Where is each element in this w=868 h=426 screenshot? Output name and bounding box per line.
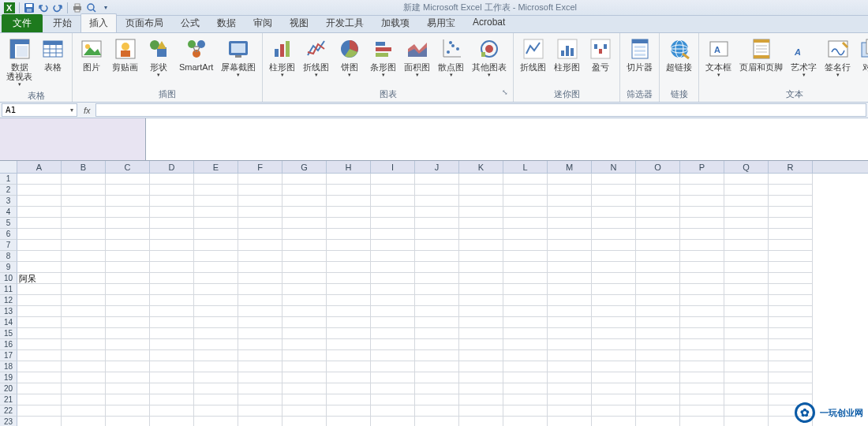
pie-chart-dropdown-icon[interactable]: ▾ xyxy=(348,72,351,78)
cell-L21[interactable] xyxy=(503,394,548,405)
row-header-9[interactable]: 9 xyxy=(0,262,17,273)
sparkline-winloss-button[interactable]: 盈亏 xyxy=(585,35,616,73)
cell-B2[interactable] xyxy=(62,185,106,196)
cell-H16[interactable] xyxy=(327,339,371,350)
cell-J15[interactable] xyxy=(415,328,459,339)
cell-D22[interactable] xyxy=(150,405,194,417)
cell-J18[interactable] xyxy=(415,361,459,372)
cell-F5[interactable] xyxy=(238,218,282,229)
cell-F16[interactable] xyxy=(238,339,282,350)
cell-G10[interactable] xyxy=(282,273,327,284)
cell-F10[interactable] xyxy=(238,273,282,284)
cell-B16[interactable] xyxy=(62,339,106,350)
cell-E7[interactable] xyxy=(194,240,238,251)
cell-M20[interactable] xyxy=(548,383,592,394)
cell-H11[interactable] xyxy=(327,284,371,295)
pie-chart-button[interactable]: 饼图▾ xyxy=(334,35,365,80)
cell-A17[interactable] xyxy=(17,350,62,361)
cell-K22[interactable] xyxy=(459,405,503,417)
cell-L2[interactable] xyxy=(503,185,548,196)
cell-H3[interactable] xyxy=(327,196,371,207)
row-header-19[interactable]: 19 xyxy=(0,372,17,383)
cell-I14[interactable] xyxy=(371,317,415,328)
cell-I6[interactable] xyxy=(371,229,415,240)
cell-L16[interactable] xyxy=(503,339,548,350)
cell-O3[interactable] xyxy=(636,196,680,207)
cell-D21[interactable] xyxy=(150,394,194,405)
cell-N8[interactable] xyxy=(592,251,636,262)
cell-R12[interactable] xyxy=(769,295,813,306)
wordart-dropdown-icon[interactable]: ▾ xyxy=(803,72,806,78)
cell-I1[interactable] xyxy=(371,174,415,185)
cell-J13[interactable] xyxy=(415,306,459,317)
cell-P5[interactable] xyxy=(680,218,724,229)
cell-C23[interactable] xyxy=(106,417,150,426)
cell-C6[interactable] xyxy=(106,229,150,240)
row-header-16[interactable]: 16 xyxy=(0,339,17,350)
tab-页面布局[interactable]: 页面布局 xyxy=(117,13,172,32)
cell-P6[interactable] xyxy=(680,229,724,240)
cell-C3[interactable] xyxy=(106,196,150,207)
cell-I22[interactable] xyxy=(371,405,415,417)
cell-Q19[interactable] xyxy=(724,372,769,383)
cell-R15[interactable] xyxy=(769,328,813,339)
cell-P10[interactable] xyxy=(680,273,724,284)
cell-F18[interactable] xyxy=(238,361,282,372)
cell-L3[interactable] xyxy=(503,196,548,207)
cell-C13[interactable] xyxy=(106,306,150,317)
cell-E6[interactable] xyxy=(194,229,238,240)
cell-R3[interactable] xyxy=(769,196,813,207)
cell-A19[interactable] xyxy=(17,372,62,383)
cell-K17[interactable] xyxy=(459,350,503,361)
cell-D13[interactable] xyxy=(150,306,194,317)
cell-B13[interactable] xyxy=(62,306,106,317)
cell-P18[interactable] xyxy=(680,361,724,372)
cell-C5[interactable] xyxy=(106,218,150,229)
cell-N10[interactable] xyxy=(592,273,636,284)
cell-E17[interactable] xyxy=(194,350,238,361)
row-header-15[interactable]: 15 xyxy=(0,328,17,339)
cell-F19[interactable] xyxy=(238,372,282,383)
cell-K18[interactable] xyxy=(459,361,503,372)
cell-O8[interactable] xyxy=(636,251,680,262)
cell-P15[interactable] xyxy=(680,328,724,339)
cell-N16[interactable] xyxy=(592,339,636,350)
cell-O6[interactable] xyxy=(636,229,680,240)
cell-F1[interactable] xyxy=(238,174,282,185)
cell-M10[interactable] xyxy=(548,273,592,284)
cell-O16[interactable] xyxy=(636,339,680,350)
column-header-M[interactable]: M xyxy=(548,161,592,173)
cell-O23[interactable] xyxy=(636,417,680,426)
cell-J12[interactable] xyxy=(415,295,459,306)
cell-L17[interactable] xyxy=(503,350,548,361)
cell-N15[interactable] xyxy=(592,328,636,339)
cell-K11[interactable] xyxy=(459,284,503,295)
cell-L10[interactable] xyxy=(503,273,548,284)
cell-I2[interactable] xyxy=(371,185,415,196)
column-header-B[interactable]: B xyxy=(62,161,106,173)
cell-J1[interactable] xyxy=(415,174,459,185)
cell-R6[interactable] xyxy=(769,229,813,240)
cell-F8[interactable] xyxy=(238,251,282,262)
cell-N22[interactable] xyxy=(592,405,636,417)
cell-E11[interactable] xyxy=(194,284,238,295)
row-header-3[interactable]: 3 xyxy=(0,196,17,207)
cell-N2[interactable] xyxy=(592,185,636,196)
row-header-17[interactable]: 17 xyxy=(0,350,17,361)
cell-G5[interactable] xyxy=(282,218,327,229)
cell-Q21[interactable] xyxy=(724,394,769,405)
cell-B22[interactable] xyxy=(62,405,106,417)
cell-B20[interactable] xyxy=(62,383,106,394)
cell-N7[interactable] xyxy=(592,240,636,251)
cell-R17[interactable] xyxy=(769,350,813,361)
pivot-table-button[interactable]: 数据透视表▾ xyxy=(3,35,36,89)
cell-E20[interactable] xyxy=(194,383,238,394)
cell-B18[interactable] xyxy=(62,361,106,372)
cell-A8[interactable] xyxy=(17,251,62,262)
cell-N11[interactable] xyxy=(592,284,636,295)
cell-N3[interactable] xyxy=(592,196,636,207)
cell-H6[interactable] xyxy=(327,229,371,240)
cell-I19[interactable] xyxy=(371,372,415,383)
cell-O1[interactable] xyxy=(636,174,680,185)
cell-A18[interactable] xyxy=(17,361,62,372)
